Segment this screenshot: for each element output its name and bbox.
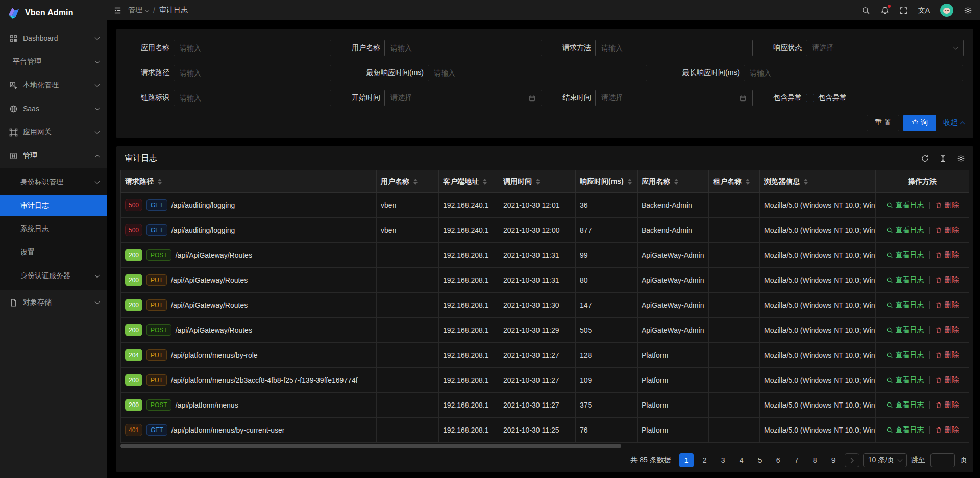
sidebar-item-system-log[interactable]: 系统日志 (0, 218, 107, 240)
view-log-button[interactable]: 查看日志 (886, 200, 924, 210)
sidebar-item-dashboard[interactable]: Dashboard (0, 28, 107, 49)
app-name-input[interactable] (180, 44, 325, 52)
view-log-icon (886, 251, 893, 259)
page-button-5[interactable]: 5 (753, 453, 767, 467)
row-height-icon[interactable] (939, 154, 947, 163)
sidebar-item-identity[interactable]: 身份标识管理 (0, 171, 107, 193)
page-size-select[interactable]: 10 条/页 (863, 453, 907, 467)
page-button-8[interactable]: 8 (808, 453, 822, 467)
translate-icon[interactable]: 文A (918, 7, 930, 14)
column-header[interactable]: 客户端地址 (439, 170, 499, 193)
cell-user (377, 343, 439, 368)
sort-carets-icon[interactable] (674, 179, 678, 185)
menu-fold-icon[interactable] (113, 6, 122, 15)
delete-button[interactable]: 删除 (935, 425, 959, 435)
sidebar-item-settings[interactable]: 设置 (0, 242, 107, 263)
page-button-2[interactable]: 2 (698, 453, 712, 467)
page-button-9[interactable]: 9 (826, 453, 841, 467)
view-log-button[interactable]: 查看日志 (886, 400, 924, 410)
http-method-input[interactable] (601, 44, 747, 52)
view-log-button[interactable]: 查看日志 (886, 375, 924, 385)
chevron-down-icon (95, 299, 100, 305)
sort-carets-icon[interactable] (804, 179, 808, 185)
cell-app: ApiGateWay-Admin (638, 268, 709, 293)
column-header[interactable]: 用户名称 (377, 170, 439, 193)
avatar[interactable] (940, 4, 953, 17)
gateway-icon (9, 128, 18, 137)
sidebar-item-platform[interactable]: 平台管理 (0, 51, 107, 72)
sort-carets-icon[interactable] (483, 179, 487, 185)
delete-button[interactable]: 删除 (935, 375, 959, 385)
sidebar-item-saas[interactable]: Saas (0, 98, 107, 119)
delete-button[interactable]: 删除 (935, 300, 959, 310)
view-log-button[interactable]: 查看日志 (886, 225, 924, 235)
page-button-4[interactable]: 4 (734, 453, 749, 467)
max-elapsed-input[interactable] (750, 69, 957, 77)
sidebar-item-audit-log[interactable]: 审计日志 (0, 195, 107, 216)
sidebar-item-gateway[interactable]: 应用网关 (0, 121, 107, 143)
view-log-button[interactable]: 查看日志 (886, 250, 924, 260)
management-submenu: 身份标识管理 审计日志 系统日志 设置 身份认证服务器 (0, 168, 107, 290)
delete-button[interactable]: 删除 (935, 400, 959, 410)
query-button[interactable]: 查 询 (903, 115, 936, 131)
view-log-button[interactable]: 查看日志 (886, 350, 924, 360)
view-log-button[interactable]: 查看日志 (886, 425, 924, 435)
table-settings-icon[interactable] (957, 154, 965, 163)
table-header-row: 请求路径用户名称客户端地址调用时间响应时间(ms)应用名称租户名称浏览器信息操作… (121, 170, 969, 193)
column-header[interactable]: 浏览器信息 (760, 170, 876, 193)
sidebar-item-object-storage[interactable]: 对象存储 (0, 292, 107, 313)
scrollbar-thumb[interactable] (120, 444, 621, 448)
sidebar-item-localization[interactable]: 本地化管理 (0, 74, 107, 96)
action-divider (929, 426, 930, 434)
page-button-3[interactable]: 3 (716, 453, 730, 467)
refresh-icon[interactable] (921, 154, 929, 163)
view-log-button[interactable]: 查看日志 (886, 275, 924, 285)
column-header[interactable]: 租户名称 (709, 170, 760, 193)
cell-tenant (709, 343, 760, 368)
fullscreen-icon[interactable] (899, 6, 908, 15)
field-trace-id: 链路标识 (120, 90, 331, 106)
search-icon[interactable] (862, 6, 870, 15)
field-label: 请求方法 (562, 43, 591, 53)
column-header[interactable]: 响应时间(ms) (576, 170, 638, 193)
end-time-picker[interactable]: 请选择 (595, 90, 753, 106)
breadcrumb-parent[interactable]: 管理 (128, 6, 149, 15)
column-header[interactable]: 调用时间 (499, 170, 576, 193)
page-button-1[interactable]: 1 (679, 453, 694, 467)
sidebar-item-management[interactable]: 管理 (0, 145, 107, 166)
page-button-7[interactable]: 7 (790, 453, 804, 467)
start-time-picker[interactable]: 请选择 (384, 90, 542, 106)
delete-button[interactable]: 删除 (935, 325, 959, 335)
bell-icon[interactable] (880, 6, 889, 15)
response-status-select[interactable]: 请选择 (806, 40, 964, 56)
sidebar-item-auth-server[interactable]: 身份认证服务器 (0, 265, 107, 287)
min-elapsed-input[interactable] (434, 69, 641, 77)
delete-button[interactable]: 删除 (935, 225, 959, 235)
view-log-button[interactable]: 查看日志 (886, 325, 924, 335)
delete-button[interactable]: 删除 (935, 275, 959, 285)
page-button-6[interactable]: 6 (771, 453, 786, 467)
reset-button[interactable]: 重 置 (867, 115, 899, 131)
trace-id-input[interactable] (180, 94, 325, 102)
view-log-button[interactable]: 查看日志 (886, 300, 924, 310)
column-header[interactable]: 应用名称 (638, 170, 709, 193)
column-header[interactable]: 请求路径 (121, 170, 377, 193)
user-name-input[interactable] (390, 44, 536, 52)
jump-page-input[interactable] (930, 453, 955, 467)
has-exception-checkbox[interactable] (806, 94, 814, 102)
sort-carets-icon[interactable] (413, 179, 418, 185)
sort-carets-icon[interactable] (536, 179, 540, 185)
app-logo[interactable]: Vben Admin (0, 0, 107, 26)
sort-carets-icon[interactable] (746, 179, 750, 185)
delete-button[interactable]: 删除 (935, 200, 959, 210)
gear-icon[interactable] (964, 6, 972, 15)
sidebar-item-label: 身份标识管理 (20, 178, 95, 187)
delete-button[interactable]: 删除 (935, 250, 959, 260)
request-path-input[interactable] (180, 69, 325, 77)
cell-user (377, 243, 439, 268)
collapse-link[interactable]: 收起 (943, 118, 964, 128)
next-page-button[interactable] (845, 453, 859, 467)
sort-carets-icon[interactable] (158, 179, 162, 185)
delete-button[interactable]: 删除 (935, 350, 959, 360)
sort-carets-icon[interactable] (628, 179, 632, 185)
